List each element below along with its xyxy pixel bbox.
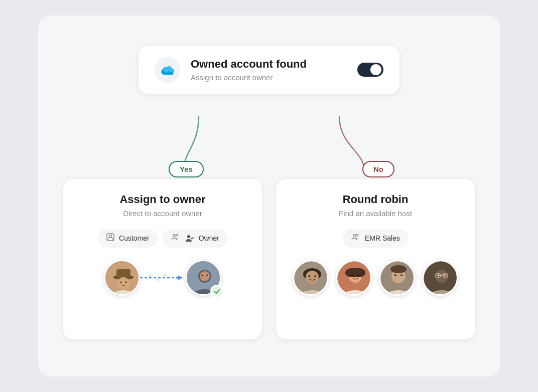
svg-rect-15: [116, 269, 130, 278]
yes-badge: Yes: [169, 161, 204, 177]
team-icon: [351, 233, 361, 244]
svg-point-30: [207, 275, 208, 276]
salesforce-logo: [155, 57, 181, 83]
svg-point-11: [176, 234, 178, 236]
assign-to-owner-card: Assign to owner Direct to account owner …: [63, 179, 262, 339]
toggle-knob: [370, 64, 381, 75]
svg-point-10: [173, 235, 175, 237]
top-card-subtitle: Assign to account owner: [191, 73, 347, 82]
round-robin-subtitle: Find an available host: [290, 209, 461, 218]
customer-icon: [106, 233, 115, 244]
svg-point-9: [109, 235, 112, 238]
svg-point-19: [125, 282, 127, 283]
owner-tag-label: Owner: [199, 234, 219, 242]
check-badge: [210, 285, 223, 298]
salesforce-icon: [159, 61, 176, 78]
svg-point-12: [187, 235, 190, 238]
svg-point-47: [390, 265, 407, 273]
svg-point-16: [117, 277, 129, 289]
top-card: Owned account found Assign to account ow…: [139, 46, 399, 94]
no-badge: No: [362, 161, 394, 177]
top-card-text: Owned account found Assign to account ow…: [191, 58, 347, 81]
svg-point-49: [394, 274, 396, 276]
assign-to-owner-title: Assign to owner: [77, 193, 248, 206]
round-robin-card: Round robin Find an available host EMR S…: [276, 179, 475, 339]
svg-point-50: [400, 274, 402, 276]
svg-point-22: [149, 275, 151, 277]
svg-point-24: [164, 274, 166, 276]
avatar-person-4: [422, 260, 458, 296]
svg-point-23: [157, 279, 159, 281]
avatar-person-1: [293, 260, 329, 296]
svg-point-54: [438, 274, 440, 276]
owner-tag[interactable]: Owner: [163, 229, 227, 248]
emr-sales-tag-label: EMR Sales: [365, 234, 400, 242]
svg-rect-41: [345, 268, 365, 277]
avatar-customer: [104, 260, 140, 296]
avatar-area-left: [77, 260, 248, 296]
assign-to-owner-subtitle: Direct to account owner: [77, 209, 248, 218]
owner-icon: [171, 233, 181, 244]
svg-point-7: [170, 69, 174, 73]
svg-point-28: [200, 271, 210, 281]
customer-tag[interactable]: Customer: [98, 229, 158, 248]
tags-row-right: EMR Sales: [290, 229, 461, 248]
svg-point-52: [435, 270, 448, 283]
emr-sales-tag[interactable]: EMR Sales: [343, 229, 408, 248]
svg-point-38: [314, 275, 316, 277]
svg-point-32: [356, 234, 358, 236]
toggle-switch[interactable]: [357, 63, 383, 77]
svg-marker-21: [178, 275, 183, 280]
svg-point-43: [351, 274, 353, 276]
avatar-person-3: [379, 260, 415, 296]
svg-point-18: [120, 282, 122, 283]
arrow-connector: [140, 268, 185, 288]
top-card-title: Owned account found: [191, 58, 347, 71]
svg-point-44: [357, 274, 359, 276]
svg-point-29: [202, 275, 203, 276]
svg-point-31: [353, 235, 355, 237]
svg-point-37: [308, 275, 310, 277]
svg-point-35: [306, 271, 319, 284]
customer-tag-label: Customer: [119, 234, 150, 242]
tags-row-left: Customer: [77, 229, 248, 248]
avatar-person-2: [336, 260, 372, 296]
main-canvas: Owned account found Assign to account ow…: [38, 16, 500, 376]
round-robin-title: Round robin: [290, 193, 461, 206]
bottom-row: Assign to owner Direct to account owner …: [63, 179, 475, 339]
svg-point-55: [444, 274, 446, 276]
round-robin-avatars: [290, 260, 461, 296]
